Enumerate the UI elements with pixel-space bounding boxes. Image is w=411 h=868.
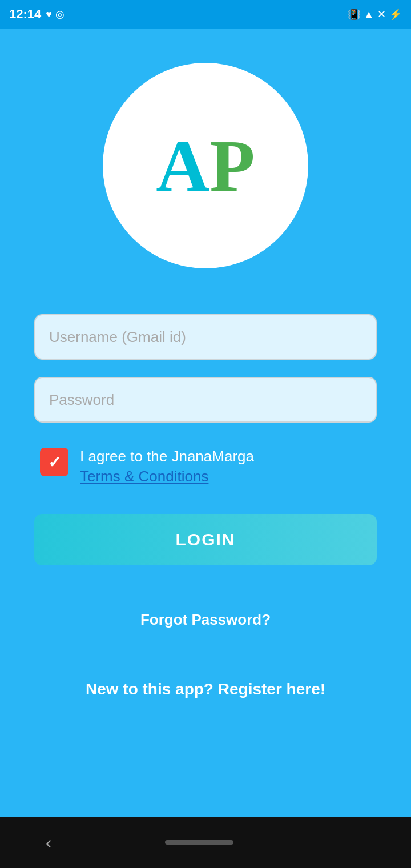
logo-letter-a: A: [156, 124, 209, 207]
status-icons-left: ♥ ◎: [46, 8, 65, 21]
status-bar: 12:14 ♥ ◎ 📳 ▲ ✕ ⚡: [0, 0, 411, 29]
status-time: 12:14: [9, 7, 41, 22]
password-input[interactable]: [34, 377, 377, 423]
signal-icon: ✕: [377, 8, 386, 21]
app-logo: AP: [103, 63, 308, 268]
username-input[interactable]: [34, 314, 377, 360]
terms-text-block: I agree to the JnanaMarga Terms & Condit…: [80, 445, 254, 485]
terms-pre-text: I agree to the JnanaMarga: [80, 448, 254, 465]
terms-row: ✓ I agree to the JnanaMarga Terms & Cond…: [34, 445, 377, 485]
forgot-password-link[interactable]: Forgot Password?: [34, 611, 377, 629]
terms-checkbox[interactable]: ✓: [40, 448, 68, 476]
vibrate-icon: 📳: [348, 8, 360, 21]
register-link[interactable]: New to this app? Register here!: [34, 680, 377, 698]
status-bar-right: 📳 ▲ ✕ ⚡: [348, 8, 402, 21]
login-button[interactable]: LOGIN: [34, 514, 377, 565]
back-button[interactable]: ‹: [46, 832, 52, 853]
heart-icon: ♥: [46, 9, 52, 21]
battery-icon: ⚡: [389, 8, 402, 21]
login-form: ✓ I agree to the JnanaMarga Terms & Cond…: [34, 314, 377, 698]
radio-icon: ◎: [55, 8, 65, 21]
wifi-icon: ▲: [364, 9, 374, 21]
checkmark-icon: ✓: [48, 453, 61, 472]
logo-text: AP: [156, 128, 255, 203]
logo-letter-p: P: [209, 124, 255, 207]
terms-link[interactable]: Terms & Conditions: [80, 468, 208, 485]
main-content: AP ✓ I agree to the JnanaMarga Terms & C…: [0, 29, 411, 817]
home-indicator[interactable]: [165, 840, 233, 845]
status-bar-left: 12:14 ♥ ◎: [9, 7, 65, 22]
nav-bar: ‹: [0, 817, 411, 868]
